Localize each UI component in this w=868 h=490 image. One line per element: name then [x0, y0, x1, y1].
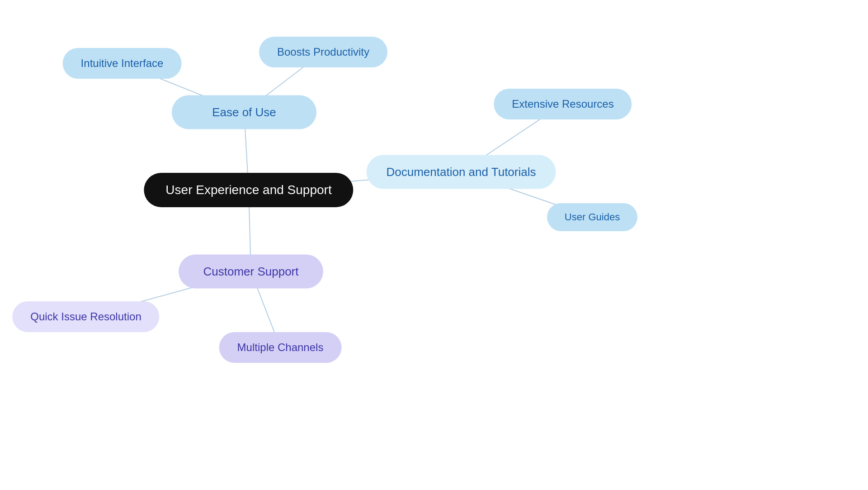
intuitive-interface-node: Intuitive Interface	[63, 48, 182, 79]
quick-issue-label: Quick Issue Resolution	[30, 310, 141, 323]
boosts-productivity-node: Boosts Productivity	[259, 37, 387, 67]
documentation-node: Documentation and Tutorials	[367, 155, 556, 189]
extensive-resources-node: Extensive Resources	[494, 89, 632, 119]
ease-of-use-label: Ease of Use	[212, 105, 276, 119]
center-node-label: User Experience and Support	[165, 183, 331, 197]
customer-support-node: Customer Support	[179, 255, 323, 289]
quick-issue-node: Quick Issue Resolution	[12, 301, 159, 332]
customer-support-label: Customer Support	[203, 265, 299, 279]
multiple-channels-node: Multiple Channels	[219, 332, 342, 363]
multiple-channels-label: Multiple Channels	[237, 341, 324, 354]
user-guides-label: User Guides	[565, 211, 620, 223]
documentation-label: Documentation and Tutorials	[387, 165, 536, 179]
boosts-productivity-label: Boosts Productivity	[277, 46, 369, 58]
intuitive-interface-label: Intuitive Interface	[81, 57, 164, 70]
extensive-resources-label: Extensive Resources	[512, 98, 613, 110]
ease-of-use-node: Ease of Use	[172, 95, 316, 129]
center-node: User Experience and Support	[144, 173, 353, 207]
user-guides-node: User Guides	[547, 203, 637, 231]
